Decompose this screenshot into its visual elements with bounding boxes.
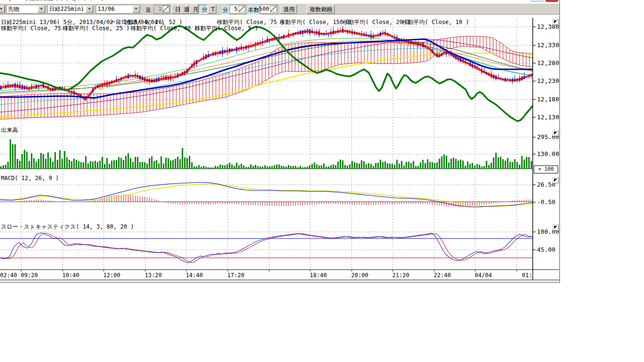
time-axis-label: 14:40: [186, 272, 203, 279]
legend-item: 移動平均( Close, 40 ): [131, 25, 198, 33]
instrument-select[interactable]: 日経225mini ▼: [47, 5, 94, 14]
time-axis-label: 04/04: [475, 272, 492, 279]
volume-unit-badge: × 100: [534, 165, 558, 173]
price-axis-label: 12,280: [537, 59, 559, 66]
partial-combo[interactable]: ▼: [0, 5, 5, 14]
legend-item: 移動平均( Close, 10 ): [402, 18, 469, 26]
price-axis-label: 12,230: [537, 77, 559, 84]
chevron-down-icon[interactable]: ▼: [86, 6, 93, 13]
apply-button[interactable]: 適用: [280, 5, 297, 14]
spinner-icon[interactable]: [239, 6, 245, 12]
price-axis-label: 12,330: [537, 41, 559, 49]
contract-select[interactable]: 13/06 ▼: [96, 5, 140, 14]
chevron-down-icon[interactable]: ▼: [132, 6, 140, 13]
ashi-value: 1: [158, 6, 162, 13]
time-axis-label: 12:00: [103, 272, 120, 279]
ashi-stepper[interactable]: 1: [154, 5, 170, 14]
panel-scroll-button[interactable]: [553, 19, 559, 25]
bars-value: 500: [259, 6, 269, 13]
help-button[interactable]: ?: [531, 0, 544, 2]
volume-panel-label: 出来高: [1, 126, 18, 134]
category-value: 先物: [8, 6, 19, 13]
ashi-label: 足: [146, 6, 151, 14]
volume-axis-label: 130.00: [537, 150, 559, 157]
legend-item: 移動平均( Close, 20 ): [343, 18, 410, 26]
time-axis-label: 22:40: [434, 272, 451, 279]
macd-axis-label: -0.50: [537, 198, 555, 206]
contract-value: 13/06: [98, 6, 115, 13]
panel-scroll-button[interactable]: [553, 177, 559, 183]
bars-stepper[interactable]: 500: [260, 5, 278, 14]
price-axis-label: 12,130: [537, 114, 559, 121]
stoch-axis-label: 45.00: [537, 246, 555, 253]
time-axis-label: 13:20: [145, 272, 162, 279]
legend-item: 移動平均( Close, 25 ): [63, 25, 130, 33]
chart-plot[interactable]: [0, 0, 560, 283]
stoch-panel-label: スロー・ストキャスティクス( 14, 3, 80, 20 ): [1, 223, 134, 231]
minute-label: 分: [222, 6, 229, 15]
panel-scroll-button[interactable]: [553, 130, 559, 136]
chart-window: [5130] 指数先物/オプションチャート ? × ▼ 先物 ▼ 日経225mi…: [0, 0, 560, 283]
period-month-button[interactable]: 月: [190, 5, 198, 14]
minute-stepper[interactable]: 5: [230, 5, 246, 14]
legend-item: 移動平均( Close, 75 ): [1, 25, 68, 33]
time-axis-label: 21:20: [392, 272, 409, 279]
time-axis-label: 09:20: [21, 272, 38, 279]
minute-value: 5: [234, 6, 238, 13]
titlebar: [5130] 指数先物/オプションチャート ? ×: [0, 0, 559, 3]
category-select[interactable]: 先物 ▼: [6, 5, 46, 14]
close-button[interactable]: ×: [545, 0, 558, 2]
period-minute-button[interactable]: 分: [198, 5, 207, 14]
panel-scroll-button[interactable]: [553, 224, 559, 230]
period-tick-button[interactable]: T: [208, 5, 216, 14]
time-axis-label: 18:40: [310, 272, 327, 279]
time-axis-label: 01:: [522, 272, 532, 279]
time-axis-label: 10:40: [62, 272, 79, 279]
instrument-value: 日経225mini: [49, 6, 84, 13]
time-axis-label: 17:20: [227, 272, 244, 279]
chevron-down-icon[interactable]: ▼: [0, 6, 5, 13]
period-week-button[interactable]: 週: [181, 5, 189, 14]
macd-panel-label: MACD( 12, 26, 9 ): [1, 175, 59, 181]
chevron-down-icon[interactable]: ▼: [38, 6, 45, 13]
legend-item: 移動平均( Close, 150 ): [280, 18, 350, 26]
multi-symbol-button[interactable]: 複数銘柄: [306, 5, 335, 14]
price-axis-label: 12,180: [537, 96, 559, 103]
spinner-icon[interactable]: [270, 6, 277, 12]
toolbar: ▼ 先物 ▼ 日経225mini ▼ 13/06 ▼ 足 1 日 週 月 分 T…: [0, 3, 559, 15]
legend-item: 移動平均( Close, 5 ): [195, 25, 258, 33]
time-axis-label: 20:00: [351, 272, 368, 279]
bars-label: 本数: [247, 6, 260, 15]
spinner-icon[interactable]: [163, 6, 169, 12]
period-day-button[interactable]: 日: [172, 5, 180, 14]
time-axis-label: 02:40: [0, 272, 17, 279]
window-title: [5130] 指数先物/オプションチャート: [9, 0, 106, 2]
